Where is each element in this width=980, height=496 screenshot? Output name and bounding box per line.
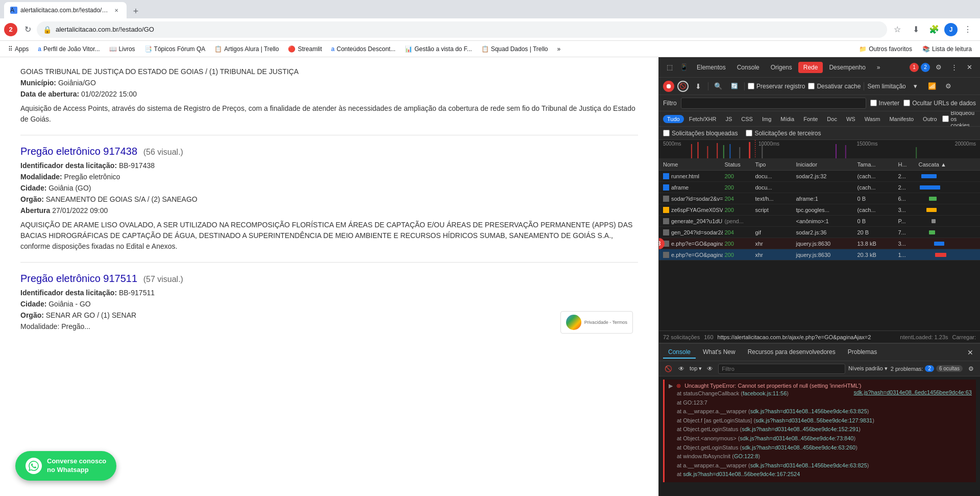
throttle-dropdown[interactable]: ▾	[909, 80, 922, 93]
error-link-8[interactable]: GO:122:8	[734, 453, 758, 459]
devtools-tab-rede[interactable]: Rede	[798, 62, 823, 73]
extensions-button[interactable]: 🧩	[926, 21, 942, 38]
net-row-7[interactable]: e.php?e=GO&paginaAjax=1 200 xhr jquery.j…	[659, 238, 980, 249]
error-link-4[interactable]: sdk.js?hash=d0314e08..56bee9dc4e:127:983…	[755, 417, 872, 423]
import-button[interactable]: 🔄	[728, 80, 741, 93]
devtools-tab-origens[interactable]: Origens	[766, 62, 797, 73]
bookmark-squad[interactable]: 📋 Squad Dados | Trello	[477, 43, 552, 55]
devtools-menu-button[interactable]: ⋮	[947, 61, 961, 74]
bookmark-apps[interactable]: ⠿ Apps	[4, 43, 33, 55]
error-link-10[interactable]: sdk.js?hash=d0314e08..56bee9dc4e:167:252…	[683, 471, 800, 477]
tab-close-button[interactable]: ✕	[112, 6, 120, 14]
bookmark-artigos[interactable]: 📋 Artigos Alura | Trello	[210, 43, 283, 55]
net-row-5[interactable]: generate_204?u1dUNA (pend... <anônimo>:1…	[659, 216, 980, 227]
type-btn-manifesto[interactable]: Manifesto	[885, 115, 918, 123]
console-eye2-btn[interactable]: 👁	[705, 364, 715, 374]
type-btn-js[interactable]: JS	[721, 115, 736, 123]
console-settings-btn[interactable]: ⚙	[966, 364, 976, 374]
profile-avatar[interactable]: J	[944, 23, 958, 36]
console-filter-input[interactable]	[718, 364, 845, 374]
bookmark-conteudos[interactable]: a Conteúdos Descont...	[327, 43, 400, 55]
menu-button[interactable]: ⋮	[960, 21, 976, 38]
devtools-more-tabs[interactable]: »	[872, 62, 886, 73]
console-close-button[interactable]: ✕	[965, 347, 976, 358]
type-btn-fonte[interactable]: Fonte	[799, 115, 822, 123]
error-link-7[interactable]: sdk.js?hash=d0314e08..456bee9dc4e:63:260	[742, 444, 855, 451]
error-link-5[interactable]: sdk.js?hash=d0314e08..456bee9dc4e:152:29…	[742, 426, 859, 432]
console-tab-problemas[interactable]: Problemas	[843, 346, 882, 359]
devtools-inspect-button[interactable]: ⬚	[663, 61, 676, 74]
net-row-4[interactable]: ze6spFYAGmeX0SVs4uO-W... 200 script tpc.…	[659, 204, 980, 216]
console-tab-whatsnew[interactable]: What's New	[698, 346, 741, 359]
type-btn-doc[interactable]: Doc	[823, 115, 841, 123]
record-button[interactable]: ⏺	[663, 81, 674, 92]
error-link-6[interactable]: sdk.js?hash=d0314e08..456bee9dc4e:73:840	[740, 435, 854, 441]
bookmark-topicos[interactable]: 📑 Tópicos Fórum QA	[140, 43, 210, 55]
address-bar[interactable]: 🔒 alertalicitacao.com.br/!estado/GO	[37, 21, 887, 38]
bookmark-lista[interactable]: 📚 Lista de leitura	[918, 43, 976, 55]
devtools-device-button[interactable]: 📱	[677, 61, 691, 74]
type-btn-wasm[interactable]: Wasm	[861, 115, 885, 123]
new-tab-button[interactable]: +	[129, 4, 143, 18]
svg-rect-1	[697, 142, 698, 158]
preserve-log-input[interactable]	[748, 83, 754, 89]
net-row-6[interactable]: gen_204?id=sodar2&v=225... 204 gif sodar…	[659, 227, 980, 238]
bookmark-outros[interactable]: 📁 Outros favoritos	[855, 43, 916, 55]
type-btn-css[interactable]: CSS	[737, 115, 757, 123]
col-tamanho: Tama...	[855, 161, 896, 168]
net-row-8[interactable]: e.php?e=GO&paginaAjax=2 200 xhr jquery.j…	[659, 249, 980, 261]
devtools-tab-elementos[interactable]: Elementos	[692, 62, 731, 73]
browser-tab[interactable]: A alertalicitacao.com.br/!estado/GO ✕	[4, 2, 127, 18]
type-btn-img[interactable]: Img	[758, 115, 775, 123]
bookmark-gestao[interactable]: 📊 Gestão a vista do F...	[401, 43, 476, 55]
blocked-requests-checkbox[interactable]: Solicitações bloqueadas	[663, 130, 738, 137]
type-btn-fetch[interactable]: Fetch/XHR	[685, 115, 721, 123]
settings-gear-icon[interactable]: ⚙	[942, 80, 955, 93]
bookmark-perfil[interactable]: a Perfil de João Vitor...	[34, 43, 104, 55]
error-link-3[interactable]: sdk.js?hash=d0314e08..1456bee9dc4e:63:82…	[750, 408, 867, 414]
block3-link[interactable]: Pregão eletrônico 917511	[20, 273, 137, 284]
net-row-3[interactable]: sodar?id=sodar2&v=225&li... 204 text/h..…	[659, 193, 980, 204]
console-eye-btn[interactable]: 👁	[676, 364, 687, 374]
download-button[interactable]: ⬇	[908, 21, 924, 38]
net-row-1[interactable]: runner.html 200 docu... sodar2.js:32 (ca…	[659, 171, 980, 182]
error-link-1[interactable]: facebook.js:11:56	[743, 390, 787, 396]
preserve-log-checkbox[interactable]: Preservar registro	[748, 83, 805, 90]
devtools-settings-button[interactable]: ⚙	[932, 61, 945, 74]
error-expand-arrow[interactable]: ▶	[669, 383, 673, 389]
clear-button[interactable]: 🚫	[677, 81, 689, 92]
bookmark-streamlit[interactable]: 🔴 Streamlit	[284, 43, 326, 55]
row5-icon	[663, 218, 669, 224]
console-clear-btn[interactable]: 🚫	[663, 364, 673, 374]
bookmark-livros[interactable]: 📖 Livros	[105, 43, 139, 55]
bookmark-more[interactable]: »	[553, 43, 565, 55]
download-har-button[interactable]: ⬇	[692, 80, 705, 93]
whatsapp-button[interactable]: Converse conoscono Whatsapp	[15, 451, 116, 481]
filter-input[interactable]	[681, 98, 866, 109]
type-btn-outro[interactable]: Outro	[919, 115, 941, 123]
block2-link[interactable]: Pregão eletrônico 917438	[20, 146, 137, 157]
hide-data-urls-checkbox[interactable]: Ocultar URLs de dados	[903, 100, 976, 107]
disable-cache-checkbox[interactable]: Desativar cache	[808, 83, 861, 90]
type-btn-midia[interactable]: Mídia	[776, 115, 798, 123]
devtools-tab-desempenho[interactable]: Desempenho	[824, 62, 870, 73]
console-level-select[interactable]: Níveis padrão ▾	[848, 365, 888, 372]
type-btn-ws[interactable]: WS	[842, 115, 860, 123]
error-link-9[interactable]: sdk.js?hash=d0314e08..1456bee9dc4e:63:82…	[750, 462, 867, 468]
error-link[interactable]: sdk.js?hash=d0314e08..6edc1456bee9dc4e:6…	[853, 389, 972, 395]
console-tab-recursos[interactable]: Recursos para desenvolvedores	[743, 346, 841, 359]
devtools-close-button[interactable]: ✕	[963, 61, 976, 74]
disable-cache-input[interactable]	[808, 83, 815, 89]
filter-button[interactable]: 🔍	[712, 80, 725, 93]
type-btn-tudo[interactable]: Tudo	[663, 115, 684, 123]
net-row-2[interactable]: aframe 200 docu... (cach... 2...	[659, 182, 980, 193]
third-party-checkbox[interactable]: Solicitações de terceiros	[746, 130, 821, 137]
bookmark-star-button[interactable]: ☆	[889, 21, 905, 38]
recaptcha-logo-icon	[566, 315, 581, 330]
blocked-cookies-checkbox[interactable]: Bloqueou os cookies	[942, 111, 976, 127]
back-button-badge[interactable]: 2	[4, 23, 17, 36]
invert-checkbox[interactable]: Inverter	[870, 100, 900, 107]
console-tab-console[interactable]: Console	[663, 346, 696, 359]
devtools-tab-console[interactable]: Console	[732, 62, 765, 73]
reload-button[interactable]: ↻	[20, 22, 35, 37]
